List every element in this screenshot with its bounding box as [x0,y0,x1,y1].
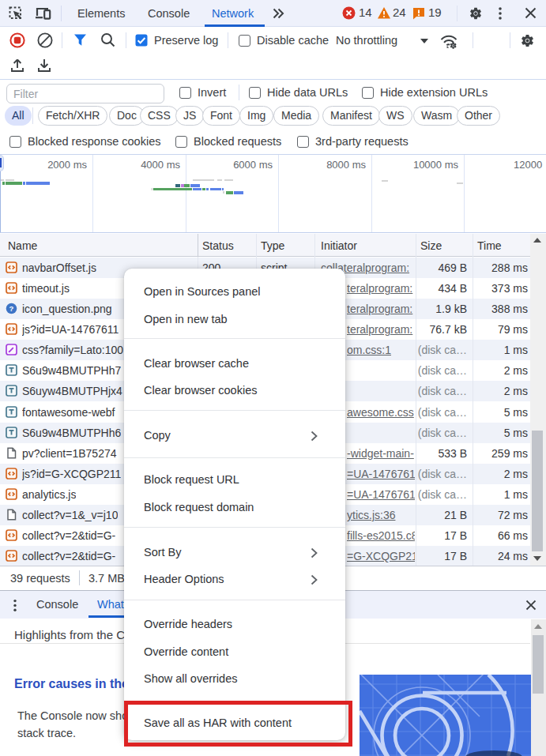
svg-text:?: ? [9,304,14,313]
